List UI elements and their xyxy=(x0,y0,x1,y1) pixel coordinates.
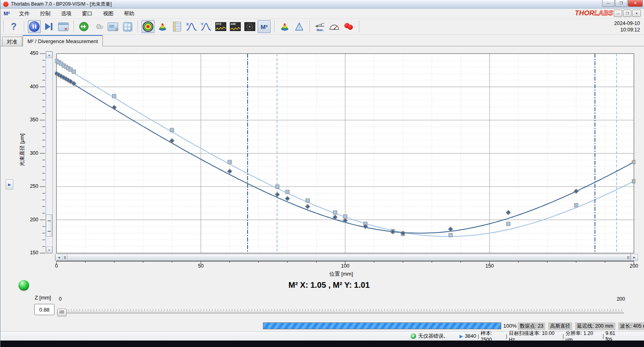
close-button[interactable]: ✕ xyxy=(628,0,643,7)
device-icon xyxy=(123,22,132,31)
data-point-x-9 xyxy=(170,128,174,132)
rate-status: ▶ 3840 xyxy=(459,333,476,339)
m2-divergence-chart[interactable] xyxy=(55,51,636,254)
manual-angle-icon: θ Man. xyxy=(314,21,326,32)
single-step-button[interactable] xyxy=(42,20,55,33)
fps-text: 9.61 fps xyxy=(605,330,623,342)
vertical-scroll-thumb[interactable] xyxy=(46,214,52,237)
device-connect-button[interactable] xyxy=(77,20,90,33)
mdi-restore-button[interactable]: ❐ xyxy=(623,10,631,17)
beam-3d-view-button[interactable] xyxy=(156,20,169,33)
scroll-down-button[interactable]: ▼ xyxy=(46,247,52,253)
beam-3d-icon xyxy=(158,22,167,31)
pointing-stability-icon xyxy=(244,22,255,31)
device-info-button[interactable] xyxy=(121,20,134,33)
menu-item-0[interactable]: 文件 xyxy=(14,9,35,19)
usb-icon xyxy=(79,21,89,32)
close-document-button[interactable] xyxy=(57,20,70,33)
settings-button[interactable]: ⚙⚙ xyxy=(92,20,105,33)
zoom-grip-left[interactable] xyxy=(63,254,67,260)
xyz-position-view-button[interactable]: XYZ xyxy=(214,20,227,33)
menu-item-4[interactable]: 视图 xyxy=(98,9,119,19)
svg-text:θ: θ xyxy=(316,25,318,28)
gauss-x-icon: X xyxy=(186,22,197,31)
step-icon xyxy=(44,22,54,31)
manual-angle-button[interactable]: θ Man. xyxy=(313,20,326,33)
date-text: 2024-09-10 xyxy=(614,20,640,27)
bottom-edge xyxy=(0,341,644,347)
gauge-button[interactable] xyxy=(328,20,341,33)
time-text: 10:09:12 xyxy=(614,27,640,33)
beam-overlap-button[interactable] xyxy=(342,20,355,33)
report-icon xyxy=(173,22,181,31)
title-bar: Thorlabs Beam 7.0 - BP209-VIS/M - [光束质量] xyxy=(0,0,644,8)
window-title: Thorlabs Beam 7.0 - BP209-VIS/M - [光束质量] xyxy=(11,1,112,8)
report-view-button[interactable] xyxy=(171,20,183,33)
menu-item-2[interactable]: 选项 xyxy=(56,9,77,19)
x-axis-title: 位置 [mm] xyxy=(329,270,353,278)
menu-item-3[interactable]: 窗口 xyxy=(77,9,98,19)
x-tick-label-100: 100 xyxy=(341,263,350,269)
vertical-scrollbar[interactable]: ▲ ▼ xyxy=(46,51,53,253)
menu-item-1[interactable]: 控制 xyxy=(35,9,56,19)
scroll-left-button[interactable]: ◀ xyxy=(55,254,63,260)
instrument-status: ✔ 无仪器错误。 xyxy=(411,333,448,340)
panel-expander-button[interactable]: ▶ xyxy=(6,179,13,189)
progress-percent: 100% xyxy=(503,323,517,329)
y-tick-label-150: 150 xyxy=(25,250,38,256)
horizontal-scroll-thumb[interactable] xyxy=(67,254,626,260)
y-tick-marks xyxy=(40,51,45,254)
toolbar-separator xyxy=(73,21,74,32)
status-bar: ✔ 无仪器错误。 ▶ 3840 | 样本: 7500 | 目标扫描速率: 10.… xyxy=(0,331,644,341)
divergence-icon xyxy=(294,22,304,31)
status-divider: | xyxy=(504,333,509,339)
toolbar-separator xyxy=(138,21,138,32)
divergence-button[interactable] xyxy=(293,20,306,33)
badge-2: 延迟线: 200 mm xyxy=(575,322,615,330)
beam-overlay-button[interactable] xyxy=(278,20,291,33)
scroll-right-button[interactable]: ▶ xyxy=(631,254,638,260)
y-tick-label-200: 200 xyxy=(25,217,38,222)
z-value-input[interactable] xyxy=(34,304,54,315)
mdi-minimize-button[interactable]: — xyxy=(614,10,622,17)
maximize-button[interactable]: ❐ xyxy=(615,0,627,7)
mdi-close-button[interactable]: ✕ xyxy=(632,10,641,17)
gauss-y-view-button[interactable]: Y xyxy=(200,20,213,33)
device-settings-button[interactable] xyxy=(106,20,119,33)
tab-0[interactable]: 对准 xyxy=(2,37,22,46)
pause-icon xyxy=(29,21,40,32)
data-point-x-8 xyxy=(113,94,116,98)
menu-item-5[interactable]: 帮助 xyxy=(119,9,140,19)
y-tick-label-350: 350 xyxy=(25,117,38,123)
red-circles-icon xyxy=(344,23,354,30)
main-toolbar: ? ⚙⚙ X xyxy=(0,19,644,35)
z-slider-thumb[interactable] xyxy=(57,309,67,316)
gauss-x-view-button[interactable]: X xyxy=(185,20,198,33)
pointing-stability-button[interactable] xyxy=(243,20,256,33)
toolbar-separator xyxy=(24,21,24,32)
m2-icon: M² xyxy=(261,23,268,30)
y-tick-label-300: 300 xyxy=(25,150,38,156)
beam-cone-icon xyxy=(280,22,290,31)
toolbar-separator xyxy=(359,21,359,32)
power-view-button[interactable]: mW xyxy=(229,20,242,33)
z-slider-track[interactable] xyxy=(57,312,624,314)
mdi-system-menu[interactable]: M² xyxy=(4,10,10,17)
m2-view-button[interactable]: M² xyxy=(258,20,271,33)
help-button[interactable]: ? xyxy=(7,20,20,33)
rate-value: 3840 xyxy=(465,333,476,339)
minimize-button[interactable]: — xyxy=(602,0,615,7)
close-window-icon xyxy=(58,23,69,31)
y-tick-label-450: 450 xyxy=(25,50,38,56)
horizontal-scrollbar[interactable]: ◀ ▶ xyxy=(55,254,638,261)
xyz-plot-icon: XYZ xyxy=(215,22,226,31)
pause-button[interactable] xyxy=(28,20,41,33)
tab-1[interactable]: M² / Divergence Measurement xyxy=(23,35,103,46)
x-tick-label-50: 50 xyxy=(198,263,204,269)
beam-profile-view-button[interactable] xyxy=(142,20,154,33)
settings-window-icon xyxy=(108,23,118,31)
datetime-display: 2024-09-10 10:09:12 xyxy=(614,20,640,33)
zoom-grip-right[interactable] xyxy=(626,254,631,260)
y-tick-label-250: 250 xyxy=(25,183,38,189)
scroll-up-button[interactable]: ▲ xyxy=(46,52,52,58)
